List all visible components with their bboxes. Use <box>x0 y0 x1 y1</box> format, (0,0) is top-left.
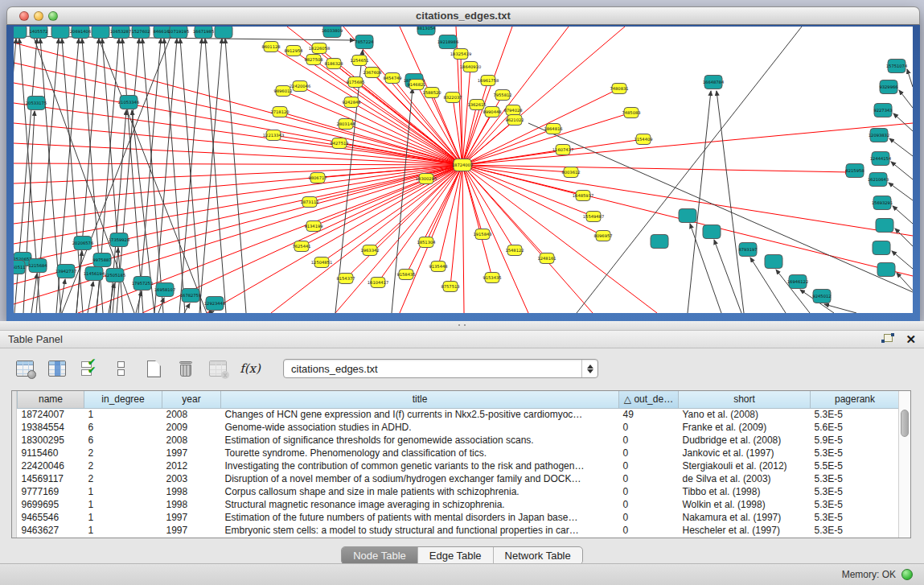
tab-edge-table[interactable]: Edge Table <box>418 547 494 564</box>
graph-edge[interactable] <box>14 83 462 165</box>
citation-graph[interactable]: 1405572206914061065328715276028466162107… <box>14 27 913 313</box>
divider-grip-icon[interactable] <box>457 323 468 328</box>
tab-node-table[interactable]: Node Table <box>342 547 418 564</box>
close-panel-icon[interactable]: ✕ <box>906 334 916 345</box>
graph-node[interactable] <box>877 263 895 277</box>
graph-node[interactable] <box>679 209 696 223</box>
graph-edge[interactable] <box>164 39 185 313</box>
table-row[interactable]: 2242004622012Investigating the contribut… <box>18 459 899 472</box>
graph-edge[interactable] <box>824 304 856 313</box>
scrollbar-thumb[interactable] <box>901 410 909 437</box>
graph-edge[interactable] <box>450 165 462 286</box>
network-canvas[interactable]: 1405572206914061065328715276028466162107… <box>14 27 913 313</box>
column-header-name[interactable]: name <box>18 391 84 408</box>
table-select-dropdown[interactable]: citations_edges.txt <box>283 359 598 378</box>
graph-node[interactable] <box>873 241 890 255</box>
graph-node[interactable] <box>765 255 782 269</box>
graph-node-label: 2803144 <box>336 122 355 126</box>
node-table-grid[interactable]: namein_degreeyeartitle△ out_de…shortpage… <box>17 391 898 537</box>
table-row[interactable]: 946554611997Estimation of the future num… <box>18 511 899 524</box>
minimize-window-button[interactable] <box>34 11 43 21</box>
graph-edge[interactable] <box>14 165 462 304</box>
row-height-icon[interactable] <box>111 358 132 379</box>
graph-edge[interactable] <box>462 67 470 165</box>
graph-edge[interactable] <box>714 240 741 313</box>
graph-edge[interactable] <box>225 39 246 313</box>
table-row[interactable]: 1872400712008Changes of HCN gene express… <box>18 408 899 421</box>
graph-edge[interactable] <box>577 27 802 313</box>
graph-edge[interactable] <box>889 138 913 156</box>
graph-edge[interactable] <box>14 123 462 165</box>
graph-edge[interactable] <box>322 165 462 262</box>
graph-edge[interactable] <box>462 165 464 313</box>
graph-node-label: 16958107 <box>154 287 175 292</box>
graph-edge[interactable] <box>462 165 657 313</box>
zoom-window-button[interactable] <box>48 11 58 21</box>
graph-node-label: 9896012 <box>273 89 292 93</box>
graph-edge[interactable] <box>184 303 190 313</box>
graph-node[interactable] <box>51 27 69 39</box>
graph-edge[interactable] <box>438 165 462 266</box>
graph-node[interactable] <box>876 219 893 233</box>
select-rows-icon[interactable]: ✔✔ <box>79 358 100 379</box>
table-row[interactable]: 969969511998Structural magnetic resonanc… <box>18 498 899 511</box>
function-builder-icon[interactable]: f(x) <box>240 358 261 379</box>
table-row[interactable]: 1938455462009Genome-wide association stu… <box>18 421 899 434</box>
tab-network-table[interactable]: Network Table <box>494 547 582 564</box>
window-titlebar[interactable]: citations_edges.txt <box>6 6 920 25</box>
graph-node[interactable] <box>14 27 27 39</box>
column-header-title[interactable]: title <box>221 391 619 408</box>
graph-node-label: 8427512 <box>330 141 348 146</box>
graph-edge[interactable] <box>889 183 913 200</box>
panel-split-divider[interactable] <box>0 321 924 331</box>
graph-edge[interactable] <box>14 163 462 165</box>
delete-table-icon[interactable] <box>175 358 196 379</box>
column-header-pagerank[interactable]: pagerank <box>811 391 899 408</box>
table-row[interactable]: 1830029562008Estimation of significance … <box>18 434 899 447</box>
graph-edge[interactable] <box>895 229 913 246</box>
graph-edge[interactable] <box>899 90 913 108</box>
column-header-out_de[interactable]: △ out_de… <box>619 391 679 408</box>
graph-edge[interactable] <box>717 91 744 313</box>
graph-edge[interactable] <box>110 110 126 313</box>
table-row[interactable]: 1456911722003Disruption of a novel membe… <box>18 472 899 485</box>
graph-edge[interactable] <box>300 86 462 165</box>
memory-status-label[interactable]: Memory: OK <box>842 569 896 580</box>
table-row[interactable]: 911546021997Tourette syndrome. Phenomeno… <box>18 447 899 459</box>
graph-edge[interactable] <box>14 165 462 224</box>
graph-node[interactable] <box>651 235 668 249</box>
graph-edge[interactable] <box>907 69 913 87</box>
memory-ok-icon[interactable] <box>901 569 913 580</box>
graph-node-label: 1405572 <box>29 29 47 34</box>
column-header-short[interactable]: short <box>679 391 811 408</box>
dropdown-arrows-icon <box>581 360 598 377</box>
graph-edge[interactable] <box>891 162 913 179</box>
graph-node-label: 9153435 <box>483 275 501 280</box>
table-select-value: citations_edges.txt <box>284 363 581 375</box>
graph-edge[interactable] <box>893 113 913 131</box>
graph-node[interactable] <box>92 27 109 39</box>
graph-node[interactable] <box>215 27 232 39</box>
graph-edge[interactable] <box>78 165 462 313</box>
graph-edge[interactable] <box>893 206 913 224</box>
new-table-icon[interactable] <box>143 358 164 379</box>
graph-node-label: 16104417 <box>368 280 388 285</box>
float-panel-icon[interactable] <box>881 334 894 345</box>
table-settings-icon[interactable] <box>14 358 35 379</box>
column-header-year[interactable]: year <box>162 391 221 408</box>
column-header-in_degree[interactable]: in_degree <box>84 391 162 408</box>
table-scrollbar[interactable] <box>898 391 910 538</box>
graph-edge[interactable] <box>280 112 462 165</box>
table-row[interactable]: 977716911998Corpus callosum shape and si… <box>18 485 899 498</box>
graph-edge[interactable] <box>528 123 913 292</box>
graph-node[interactable] <box>703 225 721 239</box>
table-tab-bar: Node TableEdge TableNetwork Table <box>341 546 583 565</box>
close-window-button[interactable] <box>19 11 29 21</box>
graph-node-label: 9146821 <box>407 82 425 87</box>
graph-node-label: 9175685 <box>346 80 364 84</box>
graph-node-label: 1362615 <box>467 102 486 107</box>
table-row[interactable]: 946362711997Embryonic stem cells: a mode… <box>18 524 899 537</box>
graph-edge[interactable] <box>462 165 913 236</box>
network-frame: 1405572206914061065328715276028466162107… <box>6 25 920 321</box>
select-columns-icon[interactable] <box>47 358 68 379</box>
